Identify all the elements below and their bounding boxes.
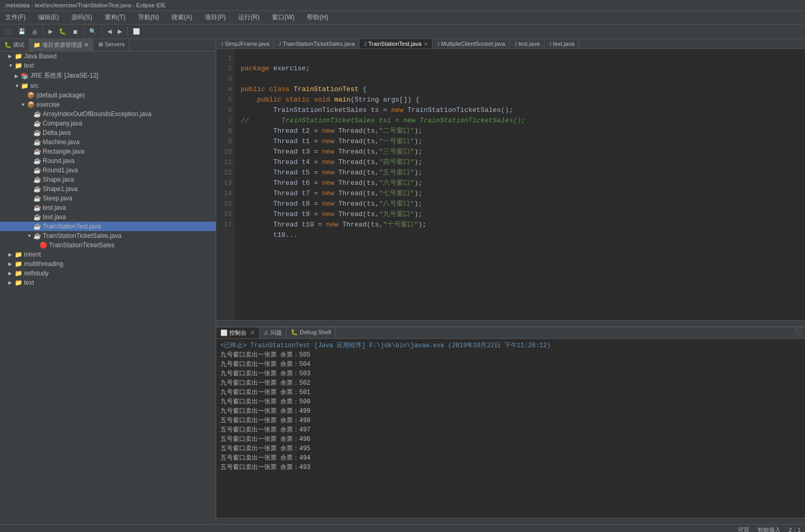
tree-delta[interactable]: ☕ Delta.java — [0, 128, 216, 137]
menu-help[interactable]: 帮助(H) — [304, 12, 331, 23]
tree-jre[interactable]: ▶ 📚 JRE 系统库 [JavaSE-12] — [0, 70, 216, 81]
tree-trainstation-sales-class[interactable]: 🔴 TrainStationTicketSales — [0, 240, 216, 250]
expand-arrow-2: ▼ — [8, 63, 14, 68]
code-editor[interactable]: 1234567891011121314151617 package exerci… — [216, 49, 805, 320]
java-icon-6: ☕ — [33, 157, 41, 164]
menu-window[interactable]: 窗口(W) — [269, 12, 298, 23]
pkg-icon-2: 📦 — [27, 101, 35, 108]
sidebar-tab-debug[interactable]: 🐛 调试 — [0, 39, 29, 51]
toolbar-forward-btn[interactable]: ▶ — [115, 27, 125, 36]
folder-icon: 📁 — [15, 53, 22, 60]
tree-src[interactable]: ▼ 📁 src — [0, 81, 216, 91]
tab-simpjframe[interactable]: J SimpJFrame.java — [216, 39, 274, 48]
line-numbers: 1234567891011121314151617 — [216, 49, 234, 320]
toolbar-search-btn[interactable]: 🔍 — [86, 27, 99, 36]
console-line-9: 五号窗口卖出一张票 余票：497 — [220, 425, 801, 435]
folder-icon-5: 📁 — [15, 270, 22, 277]
expand-arrow-4: ▼ — [15, 83, 20, 88]
java-icon-5: ☕ — [33, 148, 41, 155]
console-hscroll[interactable] — [216, 518, 805, 524]
toolbar-print-btn[interactable]: 🖨 — [29, 27, 40, 36]
toolbar-run-btn[interactable]: ▶ — [46, 27, 55, 36]
tree-round[interactable]: ☕ Round.java — [0, 156, 216, 166]
tab-test[interactable]: J test.java — [510, 39, 544, 48]
title-bar: .metadata - text/src/exercise/TrainStati… — [0, 0, 805, 11]
src-icon: 📁 — [21, 82, 29, 90]
toolbar-save-btn[interactable]: 💾 — [16, 27, 28, 36]
tab-close-icon[interactable]: ✕ — [424, 41, 428, 47]
tab-java-icon-3: J — [364, 41, 367, 47]
tree-arrayindex[interactable]: ☕ ArrayIndexOutOfBoundsException.java — [0, 109, 216, 119]
menu-edit[interactable]: 编辑(E) — [35, 12, 62, 23]
java-icon-4: ☕ — [33, 138, 41, 146]
tree-trainstation-sales[interactable]: ▼ ☕ TrainStationTicketSales.java — [0, 231, 216, 240]
tree-machine[interactable]: ☕ Machine.java — [0, 137, 216, 147]
problems-icon: ⚠ — [264, 330, 269, 336]
bottom-tab-problems[interactable]: ⚠ 问题 — [259, 327, 287, 338]
menu-file[interactable]: 文件(F) — [2, 12, 29, 23]
tree-steep[interactable]: ☕ Steep.java — [0, 194, 216, 203]
tree-shape1[interactable]: ☕ Shape1.java — [0, 184, 216, 194]
class-icon: 🔴 — [40, 242, 47, 249]
bottom-tabs-spacer — [336, 327, 791, 338]
tree-multithreading[interactable]: ▶ 📁 multithreading — [0, 259, 216, 269]
bottom-tab-debug-shell[interactable]: 🐛 Debug Shell — [287, 327, 336, 338]
menu-source[interactable]: 源码(S) — [68, 12, 95, 23]
tree-text[interactable]: ▼ 📁 text — [0, 61, 216, 70]
menu-project[interactable]: 项目(P) — [202, 12, 229, 23]
toolbar-back-btn[interactable]: ◀ — [105, 27, 114, 36]
tab-java-icon-5: J — [514, 41, 517, 47]
console-line-13: 五号窗口卖出一张票 余票：493 — [220, 463, 801, 472]
tree-default-pkg[interactable]: 📦 (default package) — [0, 91, 216, 100]
tab-text[interactable]: J text.java — [544, 39, 579, 48]
tree-testjava[interactable]: ☕ test.java — [0, 203, 216, 212]
tree-exercise[interactable]: ▼ 📦 exercise — [0, 100, 216, 109]
menu-run[interactable]: 运行(R) — [235, 12, 263, 23]
java-icon-7: ☕ — [33, 167, 41, 174]
tab-trainstation-sales[interactable]: J TrainStationTicketSales.java — [274, 39, 360, 48]
console-line-5: 九号窗口卖出一张票 余票：501 — [220, 388, 801, 397]
bottom-panel: ⬜ 控制台 ✕ ⚠ 问题 🐛 Debug Shell ⬛ <已终止> Train… — [216, 326, 805, 524]
tree-text-root[interactable]: ▶ 📁 text — [0, 278, 216, 287]
folder-icon-2: 📁 — [15, 62, 22, 69]
java-icon-10: ☕ — [33, 195, 41, 202]
menu-search[interactable]: 搜索(A) — [168, 12, 195, 23]
menu-navigate[interactable]: 导航(N) — [135, 12, 163, 23]
bottom-maximize-btn[interactable]: ⬛ — [791, 327, 805, 338]
tree-rectangle[interactable]: ☕ Rectangle.java — [0, 147, 216, 156]
code-content[interactable]: package exercise; public class TrainStat… — [234, 49, 805, 320]
menu-refactor[interactable]: 重构(T) — [102, 12, 128, 23]
tree-trainstation-test[interactable]: ☕ TrainStationTest.java — [0, 222, 216, 231]
main-layout: 🐛 调试 📁 项目资源管理器 ✕ 🖥 Servers ▶ 📁 Java Base… — [0, 39, 805, 524]
console-line-7: 九号窗口卖出一张票 余票：499 — [220, 407, 801, 416]
tree-round1[interactable]: ☕ Round1.java — [0, 166, 216, 175]
tree-textjava[interactable]: ☕ text.java — [0, 212, 216, 222]
java-icon-14: ☕ — [33, 232, 41, 239]
editor-hscroll[interactable] — [216, 320, 805, 326]
sidebar-tab-explorer[interactable]: 📁 项目资源管理器 ✕ — [29, 39, 93, 51]
toolbar-debug-btn[interactable]: 🐛 — [56, 27, 69, 36]
expand-arrow-6: ▼ — [21, 102, 26, 107]
toolbar-new-btn[interactable]: ⬛ — [2, 27, 15, 36]
sidebar-tabs: 🐛 调试 📁 项目资源管理器 ✕ 🖥 Servers — [0, 39, 216, 52]
toolbar-stop-btn[interactable]: ⏹ — [70, 27, 81, 36]
console-output: <已终止> TrainStationTest [Java 应用程序] F:\jd… — [216, 339, 805, 518]
tree-shape[interactable]: ☕ Shape.java — [0, 175, 216, 184]
right-panel: J SimpJFrame.java J TrainStationTicketSa… — [216, 39, 805, 524]
java-icon-12: ☕ — [33, 213, 41, 221]
toolbar-open-type-btn[interactable]: ⬜ — [130, 27, 143, 36]
tab-multipleclient[interactable]: J MultipleClientSocket.java — [432, 39, 510, 48]
sidebar-tab-servers[interactable]: 🖥 Servers — [93, 39, 129, 51]
tree-selfstudy[interactable]: ▶ 📁 selfstudy — [0, 269, 216, 278]
debug-icon: 🐛 — [291, 329, 298, 335]
editor-area: J SimpJFrame.java J TrainStationTicketSa… — [216, 39, 805, 326]
tab-java-icon-6: J — [549, 41, 552, 47]
java-icon-13: ☕ — [33, 223, 41, 230]
tab-trainstation-test[interactable]: J TrainStationTest.java ✕ — [360, 39, 432, 48]
console-tab-close[interactable]: ✕ — [250, 330, 255, 336]
bottom-tab-console[interactable]: ⬜ 控制台 ✕ — [216, 327, 259, 338]
console-line-10: 五号窗口卖出一张票 余票：496 — [220, 435, 801, 444]
tree-company[interactable]: ☕ Company.java — [0, 119, 216, 128]
tree-java-based[interactable]: ▶ 📁 Java Based — [0, 52, 216, 61]
tree-inherit[interactable]: ▶ 📁 inherit — [0, 250, 216, 259]
